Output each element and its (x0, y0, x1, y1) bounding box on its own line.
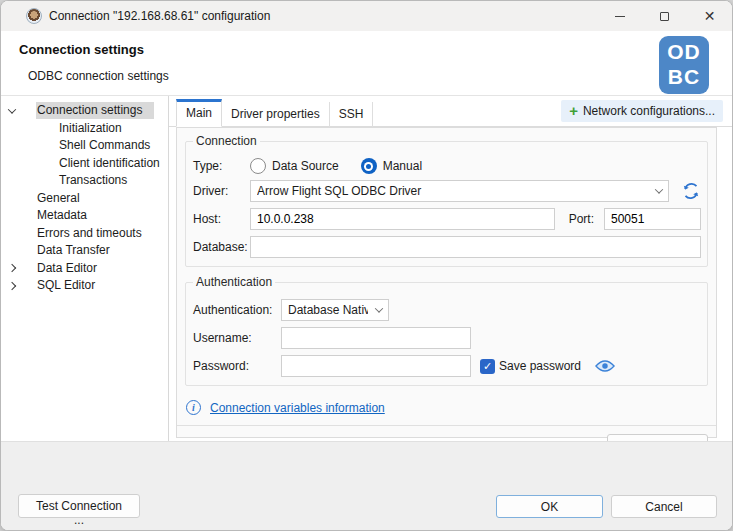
settings-tree: Connection settings Initialization Shell… (1, 96, 169, 441)
port-label: Port: (569, 212, 594, 226)
save-password-label: Save password (499, 359, 581, 373)
network-configurations-button[interactable]: + Network configurations... (561, 100, 723, 122)
chevron-down-icon (655, 185, 663, 193)
radio-manual[interactable]: Manual (361, 158, 422, 174)
window-title: Connection "192.168.68.61" configuration (49, 9, 270, 23)
radio-data-source[interactable]: Data Source (250, 158, 339, 174)
main-tab-panel: Connection Type: Data Source Manual (176, 127, 717, 438)
test-connection-button[interactable]: Test Connection ... (18, 494, 140, 518)
radio-unchecked-icon[interactable] (250, 158, 266, 174)
sidebar-item-sql-editor[interactable]: SQL Editor (1, 277, 168, 295)
sidebar-item-metadata[interactable]: Metadata (1, 207, 168, 225)
driver-row: Driver: Arrow Flight SQL ODBC Driver (193, 180, 701, 202)
sidebar-item-initialization[interactable]: Initialization (1, 120, 168, 138)
network-configurations-label: Network configurations... (583, 104, 715, 118)
chevron-right-icon[interactable] (1, 283, 23, 289)
authentication-row: Authentication: Database Native (193, 299, 701, 321)
type-label: Type: (193, 159, 250, 173)
driver-label: Driver: (193, 184, 250, 198)
authentication-select-value: Database Native (288, 303, 368, 317)
sidebar-item-data-editor[interactable]: Data Editor (1, 260, 168, 278)
chevron-right-icon[interactable] (1, 265, 23, 271)
sidebar-item-label: Shell Commands (58, 137, 155, 154)
connection-configuration-dialog: Connection "192.168.68.61" configuration… (0, 0, 733, 531)
radio-manual-label: Manual (383, 159, 422, 173)
password-input[interactable] (281, 355, 471, 377)
type-row: Type: Data Source Manual (193, 158, 701, 174)
password-label: Password: (193, 359, 281, 373)
app-icon (26, 8, 42, 24)
host-label: Host: (193, 212, 250, 226)
sidebar-item-client-identification[interactable]: Client identification (1, 155, 168, 173)
port-input[interactable] (604, 208, 701, 230)
variables-info-row: i Connection variables information (186, 400, 708, 415)
sidebar-item-label: Errors and timeouts (36, 225, 147, 242)
driver-refresh-icon[interactable] (681, 181, 701, 201)
sidebar-item-errors-and-timeouts[interactable]: Errors and timeouts (1, 225, 168, 243)
tab-bar: Main Driver properties SSH + Network con… (169, 96, 732, 127)
info-icon: i (186, 400, 201, 415)
sidebar-item-label: Data Editor (36, 260, 102, 277)
password-row: Password: ✓ Save password (193, 355, 701, 377)
close-button[interactable]: ✕ (687, 1, 732, 31)
sidebar-item-data-transfer[interactable]: Data Transfer (1, 242, 168, 260)
authentication-select[interactable]: Database Native (281, 299, 389, 321)
plus-icon: + (569, 106, 578, 116)
sidebar-item-label: Transactions (58, 172, 132, 189)
titlebar: Connection "192.168.68.61" configuration… (1, 1, 732, 31)
dialog-footer: Test Connection ... OK Cancel (1, 441, 732, 531)
database-label: Database: (193, 240, 250, 254)
sidebar-item-label: Client identification (58, 155, 165, 172)
sidebar-item-label: Metadata (36, 207, 92, 224)
database-row: Database: (193, 236, 701, 258)
radio-data-source-label: Data Source (272, 159, 339, 173)
sidebar-item-label: Data Transfer (36, 242, 115, 259)
save-password-checkbox[interactable]: ✓ Save password (480, 359, 581, 374)
sidebar-item-transactions[interactable]: Transactions (1, 172, 168, 190)
sidebar-item-label: General (36, 190, 85, 207)
main-area: Main Driver properties SSH + Network con… (169, 96, 732, 441)
page-subtitle: ODBC connection settings (28, 69, 169, 83)
connection-variables-link[interactable]: Connection variables information (210, 401, 385, 415)
maximize-icon (660, 12, 669, 21)
host-input[interactable] (250, 208, 555, 230)
odbc-logo-line2: BC (659, 65, 709, 90)
checkbox-checked-icon[interactable]: ✓ (480, 359, 495, 374)
host-row: Host: Port: (193, 208, 701, 230)
minimize-icon (615, 16, 625, 17)
maximize-button[interactable] (642, 1, 687, 31)
sidebar-item-shell-commands[interactable]: Shell Commands (1, 137, 168, 155)
odbc-logo: OD BC (659, 36, 709, 94)
database-input[interactable] (250, 236, 701, 258)
dialog-header: Connection settings ODBC connection sett… (1, 31, 732, 96)
sidebar-item-label: SQL Editor (36, 277, 100, 294)
username-input[interactable] (281, 327, 471, 349)
sidebar-item-general[interactable]: General (1, 190, 168, 208)
authentication-group-legend: Authentication (193, 275, 275, 289)
sidebar-item-label: Initialization (58, 120, 127, 137)
odbc-logo-line1: OD (659, 40, 709, 65)
chevron-down-icon[interactable] (1, 108, 23, 114)
authentication-label: Authentication: (193, 303, 281, 317)
driver-select[interactable]: Arrow Flight SQL ODBC Driver (250, 180, 669, 202)
radio-checked-icon[interactable] (361, 158, 377, 174)
page-title: Connection settings (19, 42, 144, 57)
cancel-button[interactable]: Cancel (611, 495, 717, 518)
username-row: Username: (193, 327, 701, 349)
connection-group: Connection Type: Data Source Manual (185, 134, 708, 267)
connection-group-legend: Connection (193, 134, 260, 148)
chevron-down-icon (375, 304, 383, 312)
sidebar-item-label: Connection settings (36, 102, 154, 119)
sidebar-item-connection-settings[interactable]: Connection settings (1, 102, 168, 120)
driver-select-value: Arrow Flight SQL ODBC Driver (257, 184, 648, 198)
authentication-group: Authentication Authentication: Database … (185, 275, 708, 386)
username-label: Username: (193, 331, 281, 345)
show-password-eye-icon[interactable] (595, 359, 615, 373)
close-icon: ✕ (704, 9, 716, 23)
ok-button[interactable]: OK (496, 495, 603, 518)
tab-ssh[interactable]: SSH (330, 102, 374, 127)
tab-driver-properties[interactable]: Driver properties (222, 102, 330, 127)
tab-main[interactable]: Main (176, 99, 222, 127)
minimize-button[interactable] (597, 1, 642, 31)
